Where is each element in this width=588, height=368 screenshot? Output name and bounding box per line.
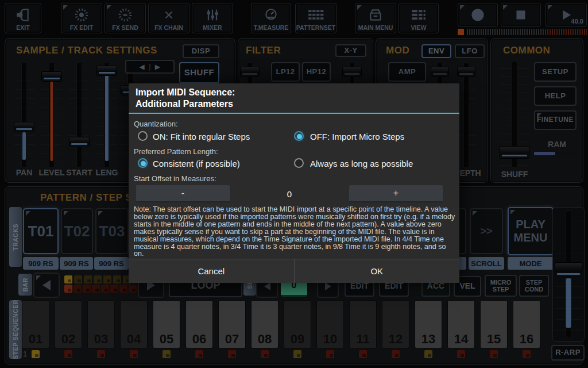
ppl-consistent-radio[interactable] xyxy=(138,158,148,168)
ppl-consistent-label[interactable]: Consistent (if possible) xyxy=(153,159,240,168)
offset-value: 0 xyxy=(230,185,349,202)
offset-plus-button[interactable]: + xyxy=(349,185,443,202)
quant-off-label[interactable]: OFF: Import Micro Steps xyxy=(310,132,404,141)
quant-on-label[interactable]: ON: Fit into regular Steps xyxy=(153,132,250,141)
ppl-always-label[interactable]: Always as long as possible xyxy=(310,159,413,168)
pattern-length-label: Preferred Pattern Length: xyxy=(134,147,218,156)
quant-off-radio[interactable] xyxy=(294,131,304,141)
start-offset-label: Start Offset in Measures: xyxy=(134,174,216,183)
ok-button[interactable]: OK xyxy=(295,259,460,283)
dialog-note: Note: The start offset can be used to st… xyxy=(134,206,455,258)
app-screen: EXIT FX EDIT FX SEND FX CHAIN MIXER T.ME… xyxy=(0,0,588,368)
cancel-button[interactable]: Cancel xyxy=(129,259,294,283)
quantization-label: Quantization: xyxy=(134,120,178,128)
quant-on-radio[interactable] xyxy=(138,131,148,141)
dialog-button-bar: Cancel OK xyxy=(129,259,459,283)
import-midi-dialog: Import MIDI Sequence: Additional Paramet… xyxy=(129,83,459,283)
offset-minus-button[interactable]: - xyxy=(136,185,230,202)
dialog-title-line2: Additional Parameters xyxy=(136,99,233,109)
dialog-title-line1: Import MIDI Sequence: xyxy=(136,87,235,98)
ppl-always-radio[interactable] xyxy=(294,158,304,168)
dialog-title-divider xyxy=(129,113,459,114)
